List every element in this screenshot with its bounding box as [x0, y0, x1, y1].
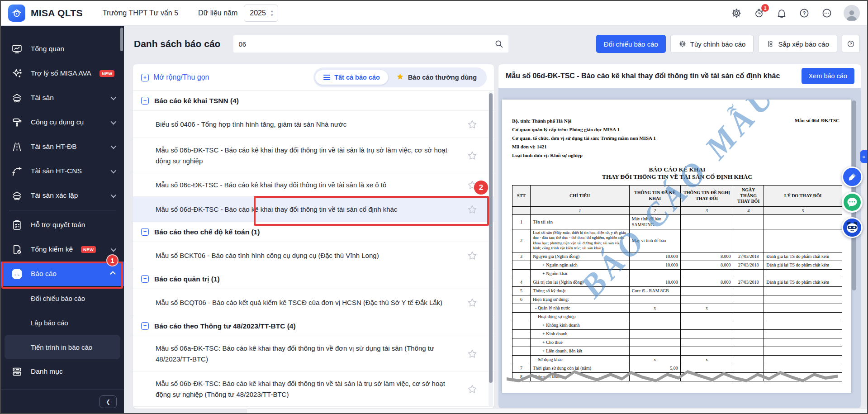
- clipboard-icon: [11, 219, 23, 231]
- favorite-star-icon[interactable]: [467, 150, 478, 161]
- favorite-star-icon[interactable]: [467, 348, 478, 359]
- top-bar: MISA QLTS Trường THPT Tư vấn 5 Dữ liệu n…: [1, 1, 867, 26]
- sidebar-item-8[interactable]: Tổng kiểm kêNEW: [1, 237, 124, 262]
- customize-report-button[interactable]: Tùy chỉnh báo cáo: [670, 35, 754, 53]
- road-icon: [11, 141, 23, 152]
- tab-favorite-reports-label: Báo cáo thường dùng: [408, 74, 477, 81]
- sidebar-menu: Tổng quanTrợ lý số MISA AVANEWTài sảnCôn…: [1, 37, 124, 384]
- organization-name[interactable]: Trường THPT Tư vấn 5: [103, 9, 178, 17]
- sidebar-item-12[interactable]: Tiến trình in báo cáo: [5, 335, 120, 359]
- sparkle-icon: [11, 67, 23, 79]
- question-icon: ?: [847, 40, 855, 48]
- chevron-down-icon: [111, 167, 117, 173]
- sidebar-item-7[interactable]: Hỗ trợ quyết toán: [1, 213, 124, 237]
- panda-bot-icon: [845, 221, 859, 234]
- preview-body: Bộ, tỉnh: Thành phố Hà NộiCơ quan quản l…: [498, 88, 861, 409]
- data-year-label: Dữ liệu năm: [198, 9, 237, 17]
- history-timer-icon[interactable]: 1: [753, 7, 765, 19]
- list-toolbar: + Mở rộng/Thu gọn Tất cả báo cáo Báo cáo…: [133, 64, 494, 90]
- report-list-item[interactable]: Mẫu số BCQT06 - Báo cáo kết quả kiểm kê …: [133, 289, 494, 316]
- tab-favorite-reports[interactable]: Báo cáo thường dùng: [388, 69, 485, 86]
- sort-reports-label: Sắp xếp báo cáo: [778, 40, 829, 48]
- favorite-star-icon[interactable]: [467, 297, 478, 308]
- report-search: [233, 35, 509, 53]
- report-list-item[interactable]: Mẫu số 06a-ĐK-TSC: Báo cáo kê khai thay …: [133, 336, 494, 371]
- report-list-item[interactable]: Mẫu số 06d-ĐK-TSC - Báo cáo kê khai thay…: [133, 197, 494, 222]
- sidebar-item-0[interactable]: Tổng quan: [1, 37, 124, 61]
- minus-square-icon: −: [141, 275, 149, 283]
- header-actions: Đối chiếu báo cáo Tùy chỉnh báo cáo Sắp …: [596, 35, 860, 53]
- year-spinner-icon[interactable]: ▲▼: [270, 10, 274, 17]
- chart-icon: [11, 268, 23, 280]
- help-icon[interactable]: ?: [798, 7, 810, 19]
- chat-bubble-icon: [843, 193, 861, 211]
- search-icon[interactable]: [494, 39, 503, 48]
- favorite-star-icon[interactable]: [467, 204, 478, 215]
- sidebar-item-2[interactable]: Tài sản: [1, 86, 124, 110]
- sidebar-item-10[interactable]: Đối chiếu báo cáo: [1, 286, 124, 310]
- report-document-page: Bộ, tỉnh: Thành phố Hà NộiCơ quan quản l…: [502, 100, 851, 393]
- chevron-up-icon: [110, 271, 116, 277]
- report-list-item[interactable]: Mẫu số 06b-ĐK-TSC: Báo cáo kê khai thay …: [133, 371, 494, 407]
- notifications-bell-icon[interactable]: [776, 7, 787, 19]
- sidebar-item-11[interactable]: Lập báo cáo: [1, 310, 124, 335]
- sidebar-item-4[interactable]: Tài sản HT-ĐB: [1, 134, 124, 159]
- sidebar-item-6[interactable]: Tài sản xác lập: [1, 183, 124, 208]
- sidebar-item-label: Tổng kiểm kê: [31, 245, 73, 253]
- search-input[interactable]: [238, 40, 494, 48]
- tab-all-reports[interactable]: Tất cả báo cáo: [315, 70, 388, 85]
- favorite-star-icon[interactable]: [467, 250, 478, 261]
- section-header-0[interactable]: −Báo cáo kê khai TSNN (4): [133, 91, 494, 111]
- report-list-item[interactable]: Mẫu số 06c-ĐK-TSC - Báo cáo kê khai thay…: [133, 173, 494, 197]
- document-meta-line: Loại hình đơn vị: Khối sự nghiệp: [512, 151, 842, 160]
- favorite-star-icon[interactable]: [467, 384, 478, 395]
- chat-support-button[interactable]: [842, 192, 863, 213]
- more-options-icon[interactable]: [821, 7, 833, 19]
- star-icon: [396, 73, 404, 82]
- section-header-1[interactable]: −Báo cáo theo chế độ kế toán (1): [133, 222, 494, 242]
- edge-tab-arrow-icon: «: [862, 154, 865, 159]
- expand-collapse-label: Mở rộng/Thu gọn: [153, 73, 209, 81]
- preview-header: Mẫu số 06d-ĐK-TSC - Báo cáo kê khai thay…: [498, 64, 861, 88]
- collapse-sidebar-button[interactable]: ❮: [100, 395, 117, 408]
- sidebar-item-3[interactable]: Công cụ dụng cụ: [1, 110, 124, 134]
- report-list-item[interactable]: Biểu số 0406 - Tổng hợp tình hình tăng, …: [133, 111, 494, 138]
- favorite-star-icon[interactable]: [467, 119, 478, 130]
- settings-gear-icon[interactable]: [730, 7, 742, 19]
- compare-reports-button[interactable]: Đối chiếu báo cáo: [596, 35, 666, 53]
- sidebar-item-label: Tài sản: [31, 94, 54, 102]
- chevron-down-icon: [111, 94, 117, 100]
- report-item-label: Mẫu số 06d-ĐK-TSC - Báo cáo kê khai thay…: [156, 204, 397, 214]
- misa-bot-button[interactable]: [842, 217, 863, 238]
- sidebar-item-13[interactable]: Danh mục: [1, 359, 124, 384]
- expand-collapse-toggle[interactable]: + Mở rộng/Thu gọn: [141, 73, 209, 81]
- view-report-button[interactable]: Xem báo cáo: [802, 68, 854, 84]
- document-meta-line: Cơ quan quản lý cấp trên: Phòng giáo dục…: [512, 125, 842, 134]
- user-avatar[interactable]: [844, 5, 860, 21]
- sidebar-item-5[interactable]: Tài sản HT-CNS: [1, 159, 124, 183]
- report-list-item[interactable]: Mẫu số BCKT06 - Báo cáo tình hình công c…: [133, 242, 494, 269]
- list-scrollbar: [489, 91, 493, 407]
- list-scrollbar-thumb[interactable]: [489, 93, 493, 383]
- help-button[interactable]: ?: [842, 35, 860, 53]
- sidebar-item-label: Trợ lý số MISA AVA: [31, 69, 91, 77]
- sidebar-item-9[interactable]: Báo cáo: [1, 262, 124, 286]
- annotation-step-1-badge: 1: [106, 254, 119, 266]
- content-header: Danh sách báo cáo Đối chiếu báo cáo Tùy …: [124, 26, 867, 62]
- sidebar-item-1[interactable]: Trợ lý số MISA AVANEW: [1, 61, 124, 86]
- section-header-2[interactable]: −Báo cáo quản trị (1): [133, 269, 494, 289]
- year-select[interactable]: 2025 ▲▼: [244, 5, 278, 22]
- misa-logo-icon[interactable]: [8, 5, 25, 22]
- ava-assistant-button[interactable]: [842, 167, 863, 187]
- sidebar-collapse-bar: ❮: [1, 390, 124, 413]
- edge-panel-tab[interactable]: «: [860, 150, 867, 163]
- customize-report-label: Tùy chỉnh báo cáo: [690, 40, 746, 48]
- notification-count-badge: 1: [761, 4, 769, 12]
- document-meta-line: Cơ quan, tổ chức, đơn vị sử dụng tài sản…: [512, 134, 842, 143]
- report-list-item[interactable]: Mẫu số 06b-ĐK-TSC - Báo cáo kê khai thay…: [133, 138, 494, 173]
- section-header-3[interactable]: −Báo cáo theo Thông tư 48/2023/TT-BTC (4…: [133, 316, 494, 336]
- tab-all-reports-label: Tất cả báo cáo: [334, 74, 380, 81]
- sort-reports-button[interactable]: Sắp xếp báo cáo: [758, 35, 837, 53]
- report-item-label: Mẫu số BCKT06 - Báo cáo tình hình công c…: [156, 250, 379, 261]
- sidebar-item-label: Tiến trình in báo cáo: [31, 343, 92, 351]
